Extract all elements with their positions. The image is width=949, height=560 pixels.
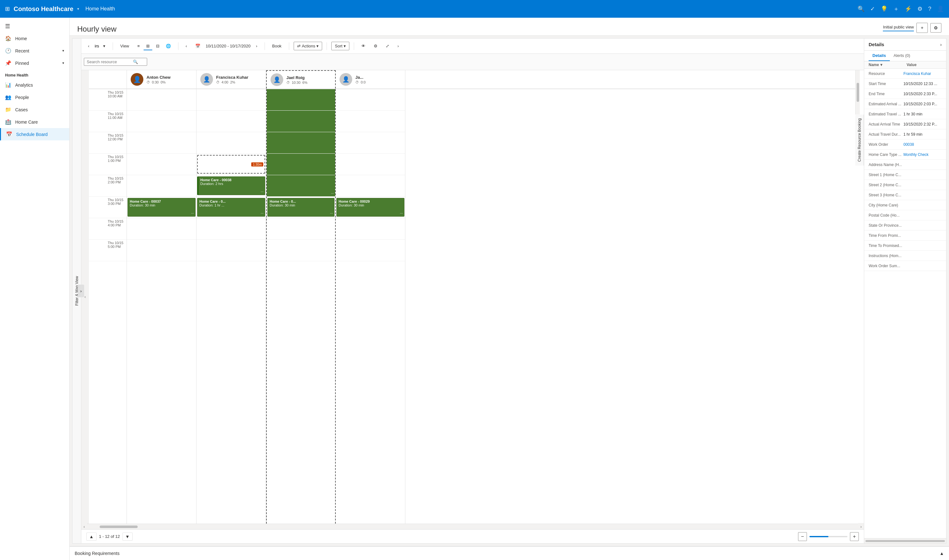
cell-anton-1000[interactable] bbox=[127, 89, 196, 111]
sort-icon[interactable]: ▾ bbox=[880, 63, 882, 67]
user-icon[interactable]: 👤 bbox=[937, 5, 944, 12]
cell-ja4-300pm[interactable]: Home Care - 00029 Duration: 30 min ··· bbox=[336, 197, 405, 218]
cell-ja4-1000[interactable] bbox=[336, 89, 405, 111]
toolbar-table-view[interactable]: ⊟ bbox=[153, 42, 162, 50]
app-title-chevron[interactable]: ▾ bbox=[77, 7, 79, 11]
add-view-button[interactable]: ＋ bbox=[917, 23, 928, 33]
cell-anton-1100[interactable] bbox=[127, 111, 196, 132]
zoom-in-btn[interactable]: + bbox=[850, 532, 859, 541]
cell-anton-200pm[interactable] bbox=[127, 175, 196, 197]
cell-jael-300pm[interactable]: Home Care - 0... Duration: 30 min ··· bbox=[267, 197, 335, 218]
search-icon[interactable]: 🔍 bbox=[858, 5, 864, 12]
details-tab-alerts[interactable]: Alerts (0) bbox=[890, 51, 914, 61]
toolbar-back-btn[interactable]: ‹ bbox=[85, 42, 92, 50]
lightbulb-icon[interactable]: 💡 bbox=[881, 5, 887, 12]
booking-more-franc3pm[interactable]: ··· bbox=[261, 211, 264, 215]
cell-franc-1000[interactable] bbox=[196, 89, 266, 111]
toolbar-actions-btn[interactable]: ⇄ Actions ▾ bbox=[294, 42, 323, 50]
filter-toggle-btn[interactable]: › bbox=[78, 285, 84, 297]
booking-more-jael3pm[interactable]: ··· bbox=[330, 211, 333, 215]
filter-icon[interactable]: ⚡ bbox=[905, 5, 912, 12]
jael-block-more[interactable]: ··· bbox=[331, 191, 334, 195]
cell-jael-500pm[interactable] bbox=[267, 240, 335, 261]
toolbar-expand-btn[interactable]: ⤢ bbox=[383, 42, 392, 50]
cell-jael-1100[interactable] bbox=[267, 111, 335, 132]
toolbar-next-btn[interactable]: › bbox=[253, 42, 260, 50]
details-row-value[interactable]: 00038 bbox=[903, 142, 942, 147]
booking-franc-3pm[interactable]: Home Care - 0... Duration: 1 hr ... ··· bbox=[197, 198, 265, 217]
toolbar-gear-btn[interactable]: ⚙ bbox=[371, 42, 380, 50]
sidebar-item-homecare[interactable]: 🏥 Home Care bbox=[0, 116, 69, 128]
sidebar-item-home[interactable]: 🏠 Home bbox=[0, 32, 69, 45]
booking-ja4-3pm[interactable]: Home Care - 00029 Duration: 30 min ··· bbox=[336, 198, 404, 217]
booking-more-ja4-3pm[interactable]: ··· bbox=[400, 211, 403, 215]
cell-ja4-200pm[interactable] bbox=[336, 175, 405, 197]
cell-ja4-100pm[interactable] bbox=[336, 154, 405, 175]
toolbar-view-btn[interactable]: View bbox=[117, 42, 132, 50]
toolbar-book-btn[interactable]: Book bbox=[269, 42, 284, 50]
sidebar-item-analytics[interactable]: 📊 Analytics bbox=[0, 79, 69, 91]
cell-franc-1100[interactable] bbox=[196, 111, 266, 132]
view-settings-button[interactable]: ⚙ bbox=[930, 23, 941, 32]
cell-jael-200pm[interactable]: ··· bbox=[267, 175, 335, 197]
toolbar-forward-btn[interactable]: › bbox=[395, 42, 401, 50]
sidebar-item-schedule-board[interactable]: 📅 Schedule Board bbox=[0, 128, 69, 140]
booking-more-38[interactable]: ··· bbox=[261, 190, 264, 194]
cell-franc-400pm[interactable] bbox=[196, 218, 266, 240]
add-icon[interactable]: ＋ bbox=[893, 5, 899, 13]
sidebar-item-cases[interactable]: 📁 Cases bbox=[0, 103, 69, 116]
grid-icon[interactable]: ⊞ bbox=[5, 5, 10, 12]
booking-franc-selected[interactable]: 1:30m bbox=[197, 155, 265, 174]
toolbar-calendar-btn[interactable]: 📅 bbox=[192, 42, 203, 50]
check-icon[interactable]: ✓ bbox=[870, 5, 875, 12]
cell-ja4-1100[interactable] bbox=[336, 111, 405, 132]
cell-ja4-1200[interactable] bbox=[336, 132, 405, 154]
hamburger-menu[interactable]: ☰ bbox=[0, 18, 69, 32]
cell-anton-1200[interactable] bbox=[127, 132, 196, 154]
settings-icon[interactable]: ⚙ bbox=[917, 5, 923, 12]
create-resource-booking-tab[interactable]: Create Resource Booking bbox=[855, 114, 864, 165]
details-row-value[interactable]: Francisca Kuhar bbox=[903, 71, 942, 76]
toolbar-sort-btn[interactable]: Sort ▾ bbox=[331, 42, 349, 50]
zoom-out-btn[interactable]: − bbox=[798, 532, 807, 541]
cell-franc-100pm[interactable]: 1:30m bbox=[196, 154, 266, 175]
details-expand-btn[interactable]: › bbox=[940, 42, 942, 47]
booking-req-expand[interactable]: ▲ bbox=[940, 551, 944, 556]
cell-jael-1200[interactable] bbox=[267, 132, 335, 154]
toolbar-map-view[interactable]: 🌐 bbox=[163, 42, 174, 50]
cell-anton-500pm[interactable] bbox=[127, 240, 196, 261]
filter-map-panel[interactable]: Filter & Map View › bbox=[73, 38, 81, 543]
page-up-btn[interactable]: ▲ bbox=[86, 532, 97, 541]
vertical-scrollbar[interactable] bbox=[855, 70, 860, 114]
toolbar-bar-view[interactable]: ⊞ bbox=[144, 42, 153, 50]
details-tab-details[interactable]: Details bbox=[869, 51, 890, 61]
booking-jael-3pm[interactable]: Home Care - 0... Duration: 30 min ··· bbox=[267, 198, 335, 217]
cell-anton-400pm[interactable] bbox=[127, 218, 196, 240]
cell-franc-300pm[interactable]: Home Care - 0... Duration: 1 hr ... ··· bbox=[196, 197, 266, 218]
toolbar-list-view[interactable]: ≡ bbox=[134, 42, 143, 50]
toolbar-eye-btn[interactable]: 👁 bbox=[358, 42, 368, 50]
cell-ja4-400pm[interactable] bbox=[336, 218, 405, 240]
booking-anton-homecare37[interactable]: Home Care - 00037 Duration: 30 min ··· bbox=[128, 198, 196, 217]
cell-franc-1200[interactable] bbox=[196, 132, 266, 154]
cell-jael-1000[interactable] bbox=[267, 89, 335, 111]
cell-anton-100pm[interactable] bbox=[127, 154, 196, 175]
cell-anton-300pm[interactable]: Home Care - 00037 Duration: 30 min ··· bbox=[127, 197, 196, 218]
zoom-slider[interactable] bbox=[809, 536, 847, 537]
sidebar-item-pinned[interactable]: 📌 Pinned ▾ bbox=[0, 57, 69, 69]
help-icon[interactable]: ? bbox=[928, 6, 931, 12]
cell-jael-400pm[interactable] bbox=[267, 218, 335, 240]
sidebar-item-people[interactable]: 👥 People bbox=[0, 91, 69, 103]
details-row-value[interactable]: Monthly Check bbox=[903, 152, 942, 157]
cell-franc-500pm[interactable] bbox=[196, 240, 266, 261]
toolbar-nav-chevron[interactable]: ▾ bbox=[100, 42, 108, 50]
page-down-btn[interactable]: ▼ bbox=[122, 532, 133, 541]
search-input[interactable] bbox=[87, 60, 131, 64]
booking-more-icon[interactable]: ··· bbox=[191, 211, 194, 215]
cell-franc-200pm[interactable]: Home Care - 00038 Duration: 2 hrs ··· bbox=[196, 175, 266, 197]
sidebar-item-recent[interactable]: 🕐 Recent ▾ bbox=[0, 45, 69, 57]
booking-franc-homecare38[interactable]: Home Care - 00038 Duration: 2 hrs ··· bbox=[197, 177, 265, 195]
toolbar-prev-btn[interactable]: ‹ bbox=[183, 42, 190, 50]
cell-ja4-500pm[interactable] bbox=[336, 240, 405, 261]
cell-jael-100pm[interactable] bbox=[267, 154, 335, 175]
